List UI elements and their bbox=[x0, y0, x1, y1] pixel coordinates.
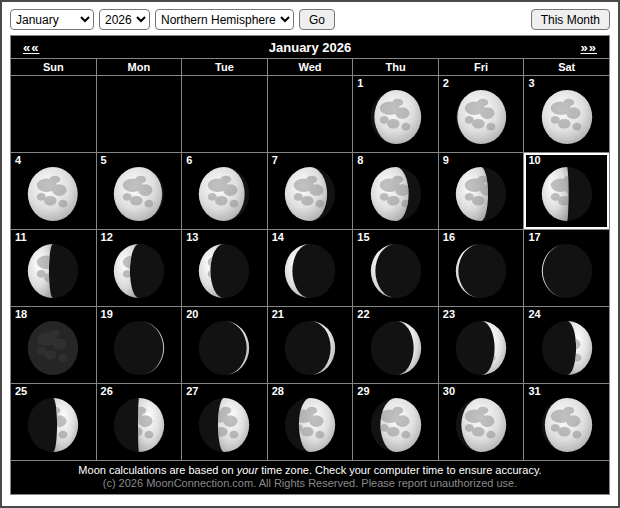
moon-phase-image bbox=[369, 242, 423, 300]
day-number: 15 bbox=[357, 231, 369, 243]
moon-phase-image bbox=[197, 242, 251, 300]
moon-phase-image bbox=[540, 396, 594, 454]
day-number: 6 bbox=[186, 154, 192, 166]
calendar-cell-day-14: 14 bbox=[268, 230, 353, 306]
day-number: 1 bbox=[357, 77, 363, 89]
footer-accuracy-note: Moon calculations are based on your time… bbox=[11, 464, 609, 477]
day-number: 31 bbox=[528, 385, 540, 397]
day-number: 5 bbox=[101, 154, 107, 166]
calendar-week-row: 25262728293031 bbox=[11, 384, 609, 460]
calendar-cell-day-5: 5 bbox=[97, 153, 182, 229]
calendar-cell-day-30: 30 bbox=[439, 384, 524, 460]
day-number: 18 bbox=[15, 308, 27, 320]
calendar-cell-day-17: 17 bbox=[524, 230, 609, 306]
day-number: 13 bbox=[186, 231, 198, 243]
calendar-cell-day-16: 16 bbox=[439, 230, 524, 306]
hemisphere-select[interactable]: Northern Hemisphere bbox=[155, 9, 294, 30]
calendar-cell-day-18: 18 bbox=[11, 307, 96, 383]
calendar-cell-day-6: 6 bbox=[182, 153, 267, 229]
moon-phase-image bbox=[283, 396, 337, 454]
day-number: 14 bbox=[272, 231, 284, 243]
day-header-fri: Fri bbox=[439, 59, 524, 75]
moon-phase-image bbox=[454, 396, 508, 454]
calendar-cell-day-24: 24 bbox=[524, 307, 609, 383]
moon-phase-image bbox=[112, 396, 166, 454]
calendar-cell-empty bbox=[182, 76, 267, 152]
day-number: 16 bbox=[443, 231, 455, 243]
calendar-cell-day-19: 19 bbox=[97, 307, 182, 383]
moon-phase-image bbox=[26, 396, 80, 454]
this-month-button[interactable]: This Month bbox=[531, 9, 610, 30]
day-number: 9 bbox=[443, 154, 449, 166]
day-number: 19 bbox=[101, 308, 113, 320]
moon-phase-image bbox=[369, 396, 423, 454]
day-number: 28 bbox=[272, 385, 284, 397]
calendar-cell-day-23: 23 bbox=[439, 307, 524, 383]
footer-copyright: (c) 2026 MoonConnection.com. All Rights … bbox=[11, 477, 609, 490]
day-header-sun: Sun bbox=[11, 59, 96, 75]
calendar-cell-empty bbox=[97, 76, 182, 152]
footer-note-emphasis: your bbox=[237, 464, 258, 476]
day-number: 24 bbox=[528, 308, 540, 320]
calendar-cell-day-15: 15 bbox=[353, 230, 438, 306]
moon-phase-image bbox=[454, 165, 508, 223]
moon-phase-image bbox=[454, 88, 508, 146]
calendar-header: «« January 2026 »» bbox=[11, 36, 609, 58]
day-number: 27 bbox=[186, 385, 198, 397]
day-number: 23 bbox=[443, 308, 455, 320]
day-number: 21 bbox=[272, 308, 284, 320]
moon-phase-image bbox=[454, 319, 508, 377]
calendar-footer: Moon calculations are based on your time… bbox=[11, 461, 609, 494]
calendar-cell-day-11: 11 bbox=[11, 230, 96, 306]
calendar-cell-empty bbox=[268, 76, 353, 152]
calendar-week-row: 45678910 bbox=[11, 153, 609, 229]
moon-phase-image bbox=[112, 319, 166, 377]
go-button[interactable]: Go bbox=[299, 9, 335, 30]
prev-month-link[interactable]: «« bbox=[23, 40, 39, 55]
day-number: 3 bbox=[528, 77, 534, 89]
moon-phase-image bbox=[369, 165, 423, 223]
next-month-link[interactable]: »» bbox=[581, 40, 597, 55]
calendar-week-row: 18192021222324 bbox=[11, 307, 609, 383]
calendar-cell-day-29: 29 bbox=[353, 384, 438, 460]
day-number: 2 bbox=[443, 77, 449, 89]
moon-phase-image bbox=[26, 165, 80, 223]
day-number: 11 bbox=[15, 231, 27, 243]
calendar-title: January 2026 bbox=[39, 40, 580, 55]
day-number: 7 bbox=[272, 154, 278, 166]
calendar-cell-day-9: 9 bbox=[439, 153, 524, 229]
moon-phase-image bbox=[540, 88, 594, 146]
day-header-wed: Wed bbox=[268, 59, 353, 75]
calendar-cell-day-21: 21 bbox=[268, 307, 353, 383]
year-select[interactable]: 2026 bbox=[99, 9, 150, 30]
day-number: 25 bbox=[15, 385, 27, 397]
calendar-cell-empty bbox=[11, 76, 96, 152]
day-header-mon: Mon bbox=[97, 59, 182, 75]
calendar-cell-day-1: 1 bbox=[353, 76, 438, 152]
moon-phase-image bbox=[26, 242, 80, 300]
moon-phase-image bbox=[283, 165, 337, 223]
calendar-cell-day-13: 13 bbox=[182, 230, 267, 306]
moon-phase-image bbox=[283, 319, 337, 377]
calendar-cell-day-31: 31 bbox=[524, 384, 609, 460]
moon-phase-image bbox=[112, 165, 166, 223]
calendar: «« January 2026 »» SunMonTueWedThuFriSat… bbox=[10, 35, 610, 495]
month-select[interactable]: January bbox=[10, 9, 94, 30]
day-number: 10 bbox=[528, 154, 540, 166]
day-number: 30 bbox=[443, 385, 455, 397]
moon-phase-image bbox=[540, 165, 594, 223]
day-header-sat: Sat bbox=[524, 59, 609, 75]
footer-note-post: time zone. Check your computer time to e… bbox=[258, 464, 541, 476]
calendar-cell-day-2: 2 bbox=[439, 76, 524, 152]
calendar-cell-day-4: 4 bbox=[11, 153, 96, 229]
day-number: 26 bbox=[101, 385, 113, 397]
day-number: 4 bbox=[15, 154, 21, 166]
moon-calendar-page: January 2026 Northern Hemisphere Go This… bbox=[0, 0, 620, 508]
calendar-week-row: 123 bbox=[11, 76, 609, 152]
moon-phase-image bbox=[283, 242, 337, 300]
moon-phase-image bbox=[26, 319, 80, 377]
toolbar: January 2026 Northern Hemisphere Go This… bbox=[10, 8, 610, 31]
calendar-cell-day-3: 3 bbox=[524, 76, 609, 152]
calendar-cell-day-7: 7 bbox=[268, 153, 353, 229]
calendar-week-row: 11121314151617 bbox=[11, 230, 609, 306]
